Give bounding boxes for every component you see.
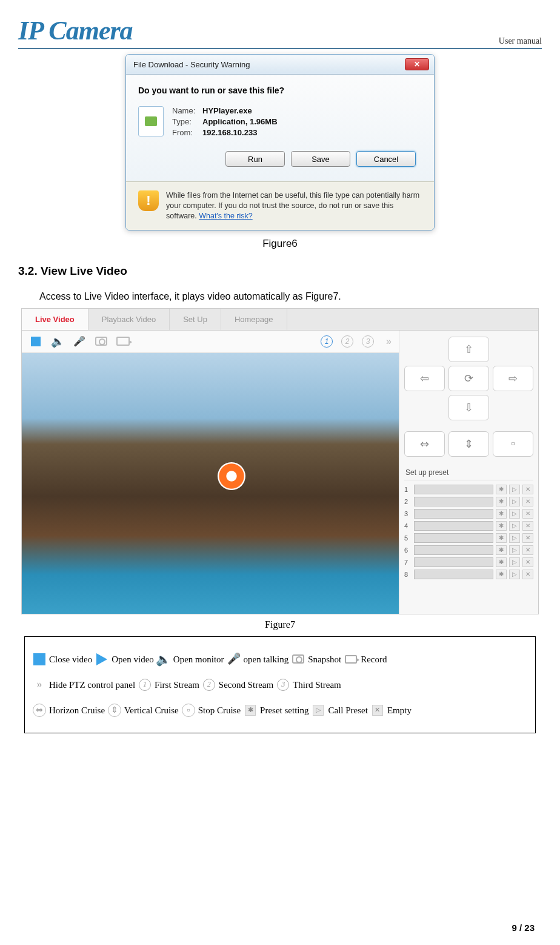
run-button[interactable]: Run (225, 151, 285, 167)
preset-row: 6✱▷✕ (404, 544, 533, 556)
tab-set-up[interactable]: Set Up (170, 309, 221, 330)
cancel-button[interactable]: Cancel (356, 151, 416, 167)
preset-set-icon[interactable]: ✱ (496, 485, 507, 494)
preset-call-icon[interactable]: ▷ (509, 485, 520, 494)
type-label: Type: (172, 117, 202, 126)
second-stream-icon: 2 (202, 678, 216, 691)
preset-row: 4✱▷✕ (404, 520, 533, 532)
preset-header: Set up preset (404, 465, 533, 480)
microphone-icon[interactable]: 🎤 (73, 335, 86, 348)
speaker-icon[interactable]: 🔈 (51, 335, 64, 348)
preset-input[interactable] (414, 557, 493, 567)
live-video-interface: Live Video Playback Video Set Up Homepag… (21, 308, 539, 614)
preset-clear-icon[interactable]: ✕ (522, 485, 533, 494)
vertical-cruise-icon[interactable]: ⇕ (448, 431, 489, 457)
preset-row: 1✱▷✕ (404, 483, 533, 496)
preset-set-icon[interactable]: ✱ (496, 557, 507, 567)
empty-preset-icon: ✕ (370, 704, 385, 717)
preset-clear-icon[interactable]: ✕ (522, 570, 533, 579)
name-label: Name: (172, 106, 202, 115)
dialog-warning-text: While files from the Internet can be use… (166, 190, 422, 221)
logo: IP Camera (18, 15, 133, 46)
ptz-right-icon[interactable]: ⇨ (493, 366, 533, 391)
ptz-up-icon[interactable]: ⇧ (448, 337, 489, 362)
page-header: IP Camera User manual (18, 15, 542, 49)
ptz-refresh-icon[interactable]: ⟳ (448, 366, 489, 391)
preset-call-icon[interactable]: ▷ (509, 497, 520, 506)
preset-input[interactable] (414, 485, 493, 494)
preset-input[interactable] (414, 545, 493, 555)
preset-setting-icon: ✱ (243, 704, 258, 717)
record-icon[interactable] (116, 335, 130, 348)
page-number: 9 / 23 (512, 923, 535, 933)
tab-live-video[interactable]: Live Video (22, 309, 88, 330)
tab-homepage[interactable]: Homepage (221, 309, 287, 330)
whats-the-risk-link[interactable]: What's the risk? (199, 212, 253, 220)
preset-set-icon[interactable]: ✱ (496, 570, 507, 579)
record-icon (344, 653, 358, 666)
preset-input[interactable] (414, 570, 493, 579)
preset-call-icon[interactable]: ▷ (509, 557, 520, 567)
file-download-dialog: File Download - Security Warning ✕ Do yo… (125, 54, 435, 230)
stream-3-icon[interactable]: 3 (362, 335, 374, 348)
third-stream-icon: 3 (276, 678, 290, 691)
ptz-down-icon[interactable]: ⇩ (448, 395, 489, 420)
open-monitor-icon: 🔈 (156, 653, 171, 666)
preset-clear-icon[interactable]: ✕ (522, 557, 533, 567)
preset-input[interactable] (414, 497, 493, 506)
preset-call-icon[interactable]: ▷ (509, 570, 520, 579)
preset-input[interactable] (414, 533, 493, 543)
open-video-icon (95, 653, 109, 666)
preset-clear-icon[interactable]: ✕ (522, 533, 533, 543)
stop-cruise-icon: ▫ (181, 704, 196, 717)
snapshot-icon (291, 653, 305, 666)
preset-set-icon[interactable]: ✱ (496, 509, 507, 519)
preset-row: 2✱▷✕ (404, 496, 533, 508)
preset-clear-icon[interactable]: ✕ (522, 521, 533, 531)
section-heading: 3.2. View Live Video (18, 264, 542, 278)
preset-clear-icon[interactable]: ✕ (522, 509, 533, 519)
stream-1-icon[interactable]: 1 (321, 335, 333, 348)
preset-row: 7✱▷✕ (404, 556, 533, 568)
stream-2-icon[interactable]: 2 (341, 335, 353, 348)
from-value: 192.168.10.233 (202, 128, 257, 137)
stop-video-icon[interactable] (29, 335, 42, 348)
tab-playback-video[interactable]: Playback Video (88, 309, 170, 330)
snapshot-icon[interactable] (95, 335, 108, 348)
dialog-prompt: Do you want to run or save this file? (138, 86, 422, 95)
section-body: Access to Live Video interface, it plays… (39, 291, 542, 302)
preset-call-icon[interactable]: ▷ (509, 509, 520, 519)
ptz-left-icon[interactable]: ⇦ (404, 366, 445, 391)
from-label: From: (172, 128, 202, 137)
preset-row: 8✱▷✕ (404, 568, 533, 580)
close-icon[interactable]: ✕ (405, 58, 429, 70)
preset-call-icon[interactable]: ▷ (509, 533, 520, 543)
save-button[interactable]: Save (291, 151, 350, 167)
preset-row: 5✱▷✕ (404, 532, 533, 544)
preset-row: 3✱▷✕ (404, 508, 533, 520)
close-video-icon (32, 653, 47, 666)
hide-ptz-icon: » (32, 678, 47, 691)
call-preset-icon: ▷ (311, 704, 325, 717)
preset-input[interactable] (414, 509, 493, 519)
dialog-title: File Download - Security Warning (133, 60, 250, 69)
preset-call-icon[interactable]: ▷ (509, 521, 520, 531)
preset-set-icon[interactable]: ✱ (496, 545, 507, 555)
ptz-toggle-icon[interactable]: » (386, 336, 392, 347)
horizon-cruise-icon[interactable]: ⇔ (404, 431, 445, 457)
preset-call-icon[interactable]: ▷ (509, 545, 520, 555)
horizon-cruise-icon: ⇔ (32, 704, 47, 717)
icon-legend: Close video Open video 🔈Open monitor 🎤op… (24, 636, 536, 733)
first-stream-icon: 1 (138, 678, 152, 691)
preset-input[interactable] (414, 521, 493, 531)
preset-clear-icon[interactable]: ✕ (522, 497, 533, 506)
preset-set-icon[interactable]: ✱ (496, 497, 507, 506)
preset-set-icon[interactable]: ✱ (496, 521, 507, 531)
header-doc-title: User manual (499, 36, 542, 46)
ptz-panel: ⇧ ⇦ ⟳ ⇨ ⇩ ⇔ ⇕ ▫ Set up preset 1✱▷✕ (399, 331, 538, 614)
preset-clear-icon[interactable]: ✕ (522, 545, 533, 555)
preset-set-icon[interactable]: ✱ (496, 533, 507, 543)
stop-cruise-icon[interactable]: ▫ (493, 431, 533, 457)
warning-shield-icon: ! (138, 190, 159, 211)
file-icon (138, 106, 164, 136)
